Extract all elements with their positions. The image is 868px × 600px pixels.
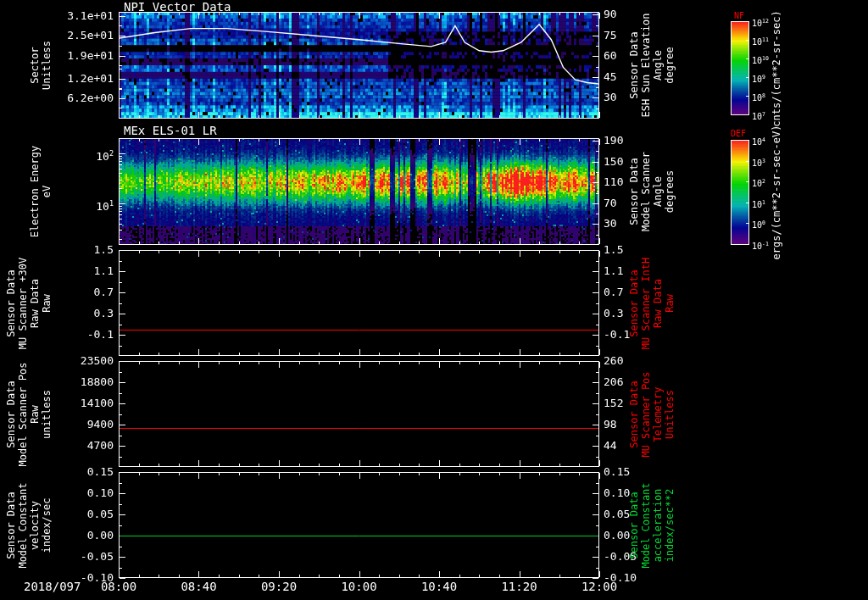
power-exponent: 9	[762, 74, 765, 81]
colorbar-tick-label: 1012	[752, 17, 769, 28]
power-exponent: 8	[762, 92, 765, 99]
panel5-right-axis-label: Model Constant	[641, 482, 652, 568]
panel5-left-axis-label: Model Constant	[18, 482, 29, 568]
panel3-left-tick-label: 1.1	[63, 265, 114, 277]
panel5-right-tick-label: 0.05	[604, 508, 630, 520]
panel1-right-axis-label: Angle	[653, 50, 664, 81]
panel3-right-tick-label: -0.1	[604, 329, 630, 341]
panel3-right-tick-label: 1.5	[604, 244, 623, 256]
panel4-right-tick-label: 260	[604, 355, 623, 367]
x-axis-tick-label: 10:00	[341, 581, 376, 593]
panel3-left-axis-label: Raw	[42, 294, 53, 313]
panel2-left-axis-label: Electron Energy	[30, 146, 41, 237]
panel2-right-tick-label: 110	[604, 176, 623, 188]
panel4-right-axis-label: Unitless	[665, 390, 676, 439]
panel3-left-tick-label: 0.7	[63, 286, 114, 298]
panel1-left-axis-label: Sector	[30, 47, 41, 83]
panel4-left-tick-label: 4700	[63, 440, 114, 452]
panel3-right-tick-label: 1.1	[604, 265, 623, 277]
colorbar-tick-label: 102	[752, 177, 765, 188]
x-axis-tick-label: 11:20	[501, 581, 537, 593]
panel1-right-axis-label: Sensor Data	[629, 31, 640, 98]
panel3-right-axis-label: MU Scanner IntH	[641, 257, 652, 348]
power-exponent: 3	[762, 158, 765, 164]
panel1-left-tick-label: 3.1e+01	[63, 10, 114, 22]
panel5-right-axis-label: index/sec**2	[665, 488, 676, 562]
panel3-right-axis-label: Sensor Data	[629, 269, 640, 336]
power-base: 10	[752, 158, 762, 168]
power-exponent: 4	[762, 136, 765, 143]
power-exponent: 1	[762, 199, 765, 206]
panel4-right-tick-label: 152	[604, 397, 623, 409]
power-base: 10	[752, 93, 762, 103]
panel4-left-tick-label: 23500	[63, 355, 114, 367]
colorbar-tick-label: 104	[752, 136, 765, 147]
power-exponent: 2	[109, 149, 114, 158]
panel2-right-tick-label: 150	[604, 156, 623, 168]
power-base: 10	[752, 137, 762, 147]
power-base: 10	[96, 150, 109, 163]
colorbar-tick-label: 1010	[752, 54, 769, 65]
panel4-left-tick-label: 9400	[63, 419, 114, 431]
panel1-left-axis-label: Unitless	[42, 41, 53, 90]
tplot-figure: 3.1e+012.5e+011.9e+011.2e+016.2e+0090756…	[0, 0, 868, 600]
panel4-right-axis-label: MU Scanner Pos	[641, 371, 652, 457]
panel4-left-axis-label: unitless	[42, 390, 53, 439]
panel1-right-tick-label: 90	[604, 8, 617, 20]
power-exponent: 10	[762, 55, 769, 62]
panel4-right-axis-label: Telemetry	[653, 386, 664, 442]
panel2-right-tick-label: 190	[604, 135, 623, 147]
colorbar-unit-label: ergs/(cm**2-sr-sec-eV)	[771, 125, 782, 260]
power-base: 10	[752, 19, 762, 28]
power-exponent: 0	[762, 219, 765, 226]
panel4-left-tick-label: 18800	[63, 376, 114, 388]
panel2-right-axis-label: Sensor Data	[629, 158, 640, 225]
panel2-right-axis-label: degrees	[665, 170, 676, 214]
panel5-right-tick-label: 0.00	[604, 530, 630, 542]
x-axis-tick-label: 10:40	[421, 581, 457, 593]
panel1-left-tick-label: 1.2e+01	[63, 73, 114, 85]
panel4-right-tick-label: 206	[604, 376, 623, 388]
colorbar-nf-title: NF	[734, 11, 744, 20]
panel2-left-tick-label: 102	[63, 147, 114, 163]
power-base: 10	[752, 75, 762, 84]
panel5-left-tick-label: 0.05	[63, 508, 114, 520]
panel2-right-axis-label: Angle	[653, 176, 664, 207]
panel3-left-axis-label: MU Scanner +30V	[18, 257, 29, 348]
panel4-right-axis-label: Sensor Data	[629, 381, 640, 447]
panel-els-title: MEx ELS-01 LR	[124, 125, 217, 137]
panel3-right-tick-label: 0.3	[604, 308, 623, 319]
power-exponent: 7	[762, 111, 765, 118]
panel2-right-axis-label: Model Scanner	[641, 152, 652, 231]
panel1-left-tick-label: 2.5e+01	[63, 30, 114, 42]
colorbar-tick-label: 100	[752, 219, 765, 230]
panel5-left-tick-label: 0.15	[63, 466, 114, 478]
panel5-left-tick-label: 0.10	[63, 487, 114, 499]
panel3-left-tick-label: 1.5	[63, 244, 114, 256]
panel5-left-axis-label: velocity	[30, 501, 41, 550]
power-exponent: 2	[762, 178, 765, 185]
colorbar-tick-label: 103	[752, 157, 765, 168]
panel1-left-tick-label: 6.2e+00	[63, 92, 114, 104]
panel5-right-tick-label: 0.10	[604, 487, 630, 499]
panel5-left-tick-label: 0.00	[63, 530, 114, 542]
colorbar-tick-label: 10-1	[752, 240, 769, 251]
colorbar-unit-label: cnts/(cm**2-sr-sec)	[771, 10, 782, 126]
panel1-right-tick-label: 45	[604, 71, 617, 83]
power-base: 10	[752, 180, 762, 189]
power-exponent: 11	[762, 36, 769, 43]
panel2-right-tick-label: 30	[604, 218, 617, 230]
panel-npi-title: NPI Vector Data	[124, 1, 231, 14]
colorbar-tick-label: 108	[752, 92, 765, 103]
power-base: 10	[752, 112, 762, 121]
colorbar-tick-label: 101	[752, 198, 765, 209]
x-axis-tick-label: 09:20	[261, 581, 297, 593]
panel3-left-axis-label: Sensor Data	[6, 269, 17, 336]
colorbar-tick-label: 109	[752, 73, 765, 84]
panel2-right-tick-label: 70	[604, 197, 617, 209]
panel3-left-tick-label: -0.1	[63, 329, 114, 341]
colorbar-tick-label: 1011	[752, 36, 769, 47]
power-base: 10	[752, 37, 762, 47]
panel4-left-tick-label: 14100	[63, 397, 114, 409]
panel5-right-axis-label: acceleration	[653, 488, 664, 562]
